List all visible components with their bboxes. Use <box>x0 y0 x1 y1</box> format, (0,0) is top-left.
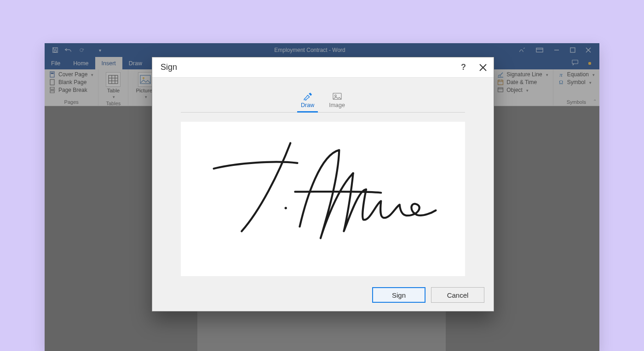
image-icon <box>332 92 342 101</box>
window-title: Employment Contract - Word <box>101 47 518 53</box>
cmd-equation-label: Equation <box>567 71 589 78</box>
svg-point-19 <box>285 207 287 209</box>
ribbon-group-tables-label: Tables <box>103 100 123 106</box>
cmd-cover-page[interactable]: Cover Page <box>49 71 93 78</box>
dialog-title: Sign <box>161 62 461 72</box>
help-icon[interactable]: ? <box>461 62 466 72</box>
minimize-icon[interactable] <box>553 47 560 53</box>
draw-icon <box>303 92 313 101</box>
tab-image[interactable]: Image <box>327 90 347 112</box>
sign-dialog: Sign ? Draw Image <box>152 57 494 311</box>
cmd-object[interactable]: Object <box>497 87 548 93</box>
cmd-signature-line-label: Signature Line <box>506 71 542 78</box>
svg-rect-5 <box>572 60 578 64</box>
svg-rect-15 <box>498 80 503 85</box>
maximize-icon[interactable] <box>570 47 575 53</box>
signature-stroke <box>181 122 465 278</box>
ribbon-group-text: Signature Line Date & Time Object <box>493 69 553 106</box>
svg-point-2 <box>80 49 83 51</box>
ribbon-group-pages: Cover Page Blank Page Page Break Pages <box>45 69 98 106</box>
cmd-cover-page-label: Cover Page <box>58 71 87 78</box>
table-icon <box>106 72 121 87</box>
cmd-symbol[interactable]: Ω Symbol <box>558 79 595 85</box>
svg-rect-1 <box>54 51 56 52</box>
tab-draw-label: Draw <box>301 102 314 108</box>
tab-draw[interactable]: Draw <box>299 90 316 112</box>
svg-rect-10 <box>140 75 150 84</box>
ribbon-group-symbols-label: Symbols <box>558 98 595 105</box>
cmd-page-break[interactable]: Page Break <box>49 87 93 93</box>
ribbon-group-symbols: π Equation Ω Symbol Symbols <box>553 69 599 106</box>
ribbon-group-tables: Table Tables <box>98 69 128 106</box>
ribbon-collapse-icon[interactable]: ⌃ <box>593 99 597 104</box>
comments-icon[interactable] <box>572 59 579 67</box>
svg-rect-4 <box>570 48 575 52</box>
tab-image-label: Image <box>329 102 345 108</box>
menu-draw[interactable]: Draw <box>122 57 149 69</box>
cmd-symbol-label: Symbol <box>567 79 586 85</box>
cmd-date-time-label: Date & Time <box>506 79 537 85</box>
menu-home[interactable]: Home <box>67 57 95 69</box>
svg-rect-9 <box>109 75 118 84</box>
svg-rect-6 <box>50 72 54 77</box>
svg-rect-7 <box>51 73 54 74</box>
ribbon-group-pages-label: Pages <box>49 98 93 105</box>
menu-insert[interactable]: Insert <box>95 57 122 69</box>
svg-rect-16 <box>498 88 503 92</box>
cmd-table-label: Table <box>107 88 120 93</box>
signature-canvas[interactable] <box>181 122 465 276</box>
dialog-buttons: Sign Cancel <box>152 281 494 311</box>
cmd-signature-line[interactable]: Signature Line <box>497 71 548 78</box>
svg-rect-8 <box>50 79 54 85</box>
pictures-icon <box>138 72 153 87</box>
menu-file[interactable]: File <box>45 57 67 69</box>
touch-mode-icon[interactable] <box>518 47 526 53</box>
close-icon[interactable] <box>586 47 591 53</box>
cmd-page-break-label: Page Break <box>58 87 87 93</box>
quick-access-toolbar: ▾ <box>45 47 101 53</box>
cmd-equation[interactable]: π Equation <box>558 71 595 78</box>
dialog-body: Draw Image <box>152 78 494 281</box>
cmd-object-label: Object <box>506 87 523 93</box>
notification-dot-icon <box>588 62 591 65</box>
cancel-button[interactable]: Cancel <box>431 287 484 303</box>
undo-icon[interactable] <box>64 47 72 53</box>
sign-button[interactable]: Sign <box>372 287 426 303</box>
svg-rect-3 <box>536 48 543 52</box>
save-icon[interactable] <box>52 47 58 53</box>
dialog-close-icon[interactable] <box>479 63 487 72</box>
ribbon-display-icon[interactable] <box>536 47 543 53</box>
dialog-tabs: Draw Image <box>181 90 465 113</box>
cmd-blank-page-label: Blank Page <box>58 79 86 85</box>
cmd-blank-page[interactable]: Blank Page <box>49 79 93 85</box>
titlebar: ▾ Employment Contract - Word <box>45 43 599 57</box>
cmd-date-time[interactable]: Date & Time <box>497 79 548 85</box>
svg-point-18 <box>334 95 336 96</box>
svg-point-11 <box>143 77 144 79</box>
cmd-table[interactable]: Table <box>103 71 123 100</box>
redo-icon[interactable] <box>78 47 85 53</box>
titlebar-right <box>518 47 599 53</box>
dialog-titlebar: Sign ? <box>152 57 494 78</box>
